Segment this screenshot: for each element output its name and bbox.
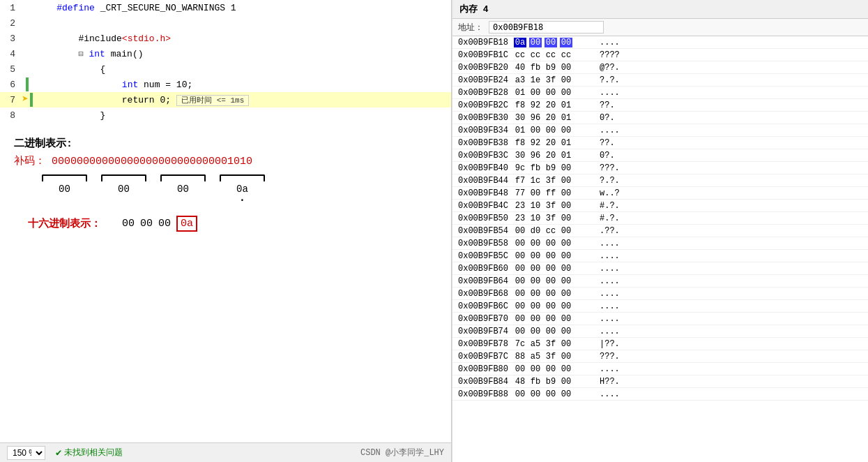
memory-row: 0x00B9FB2Cf8922001??. — [452, 99, 868, 112]
mem-byte-val: 00 — [560, 364, 572, 374]
mem-byte-val: fb — [529, 163, 542, 173]
mem-bytes: 88a53f00 — [514, 352, 594, 362]
mem-chars: .... — [600, 38, 620, 47]
mem-address: 0x00B9FB2C — [458, 100, 514, 110]
mem-address: 0x00B9FB68 — [458, 289, 514, 299]
mem-chars: ???. — [600, 352, 620, 362]
memory-row: 0x00B9FB38f8922001??. — [452, 137, 868, 149]
mem-bytes: 01000000 — [514, 126, 594, 135]
mem-byte-val: 00 — [545, 364, 557, 374]
address-bar: 地址： — [452, 19, 868, 36]
memory-row: 0x00B9FB30309620010?. — [452, 112, 868, 124]
code-content-3: #include<stdio.h> — [35, 33, 451, 44]
memory-row: 0x00B9FB3C309620010?. — [452, 149, 868, 162]
memory-row: 0x00B9FB5400d0cc00.??. — [452, 225, 868, 237]
breakpoint-bar-7 — [30, 93, 33, 107]
code-content-8: } — [35, 110, 451, 121]
keyword-define: #define — [56, 3, 95, 13]
mem-byte-val: 48 — [514, 377, 526, 387]
mem-bytes: f8922001 — [514, 138, 594, 148]
mem-byte-val: 00 — [545, 264, 557, 274]
binary-section: 二进制表示: 补码： 00000000000000000000000000001… — [0, 130, 451, 239]
credit-text: CSDN @小李同学_LHY — [360, 447, 444, 459]
status-bar: 150 % 100 % 125 % ✔ 未找到相关问题 CSDN @小李同学_L… — [0, 442, 451, 462]
mem-bytes: 40fbb900 — [514, 63, 594, 73]
status-ok: ✔ 未找到相关问题 — [56, 447, 123, 459]
mem-byte-val: 00 — [529, 264, 542, 274]
mem-bytes: 01000000 — [514, 88, 594, 98]
mem-byte-val: 00 — [545, 301, 557, 311]
mem-byte-val: 20 — [545, 113, 557, 123]
mem-address: 0x00B9FB1C — [458, 50, 514, 60]
mem-byte-val: 1e — [529, 75, 542, 85]
mem-byte-val: 00 — [545, 314, 557, 324]
mem-bytes: 00000000 — [514, 276, 594, 286]
mem-byte-val: 00 — [545, 327, 557, 336]
mem-chars: 0?. — [600, 113, 615, 123]
mem-byte-val: 00 — [529, 188, 542, 198]
mem-byte-val: 00 — [545, 88, 557, 98]
mem-byte-val: 00 — [529, 327, 542, 336]
mem-byte-val: 20 — [545, 138, 557, 148]
complement-label: 补码： — [14, 156, 45, 167]
memory-title: 内存 4 — [459, 3, 489, 15]
mem-byte-val: 01 — [560, 151, 572, 161]
mem-chars: .... — [600, 276, 620, 286]
mem-byte-val: 00 — [545, 239, 557, 248]
mem-byte-val: 00 — [560, 377, 572, 387]
code-content-7: return 0;已用时间 <= 1ms — [35, 95, 451, 105]
line-num-6: 6 — [0, 80, 21, 90]
mem-byte-val: 96 — [529, 151, 542, 161]
mem-byte-val: 0a — [514, 38, 526, 47]
mem-byte-val: cc — [560, 50, 572, 60]
code-editor: 1 #define _CRT_SECURE_NO_WARNINGS 1 2 3 … — [0, 0, 451, 123]
mem-byte-val: 00 — [545, 289, 557, 299]
mem-byte-val: 3f — [545, 176, 557, 186]
mem-byte-val: a3 — [514, 75, 526, 85]
mem-byte-val: 30 — [514, 113, 526, 123]
address-input[interactable] — [489, 21, 604, 33]
code-content-6: int num = 10; — [35, 80, 451, 90]
mem-byte-val: 00 — [514, 264, 526, 274]
kw-int-4: int — [84, 49, 105, 59]
mem-bytes: 23103f00 — [514, 201, 594, 211]
memory-table[interactable]: 0x00B9FB180a000000....0x00B9FB1Ccccccccc… — [452, 36, 868, 462]
mem-byte-val: 00 — [560, 389, 572, 399]
mem-byte-val: 1c — [529, 176, 542, 186]
right-panel: 内存 4 地址： 0x00B9FB180a000000....0x00B9FB1… — [452, 0, 868, 462]
mem-byte-val: 00 — [560, 188, 572, 198]
line-num-3: 3 — [0, 33, 21, 44]
mem-address: 0x00B9FB24 — [458, 75, 514, 85]
mem-chars: w..? — [600, 188, 620, 198]
kw-int-6: int — [122, 80, 138, 90]
hex-byte-1: 00 — [122, 218, 135, 230]
mem-address: 0x00B9FB20 — [458, 63, 514, 73]
mem-chars: .... — [600, 239, 620, 248]
complement-value: 00000000000000000000000000001010 — [52, 156, 252, 167]
breakpoint-bar-6 — [26, 77, 29, 91]
mem-byte-val: 00 — [560, 327, 572, 336]
mem-address: 0x00B9FB18 — [458, 38, 514, 47]
mem-address: 0x00B9FB30 — [458, 113, 514, 123]
memory-header: 内存 4 — [452, 0, 868, 19]
check-icon: ✔ — [56, 447, 61, 459]
mem-byte-val: 00 — [529, 251, 542, 261]
zoom-select[interactable]: 150 % 100 % 125 % — [7, 446, 45, 460]
code-content-4: ⊟ int main() — [35, 49, 451, 59]
mem-bytes: 23103f00 — [514, 214, 594, 223]
mem-byte-val: 00 — [529, 88, 542, 98]
mem-address: 0x00B9FB64 — [458, 276, 514, 286]
mem-byte-val: 00 — [560, 251, 572, 261]
mem-byte-val: 23 — [514, 201, 526, 211]
mem-byte-val: 01 — [560, 138, 572, 148]
mem-bytes: f8922001 — [514, 100, 594, 110]
mem-bytes: 9cfbb900 — [514, 163, 594, 173]
memory-row: 0x00B9FB8800000000.... — [452, 388, 868, 401]
collapse-icon-4[interactable]: ⊟ — [78, 50, 83, 59]
memory-row: 0x00B9FB8448fbb900H??. — [452, 375, 868, 388]
mem-bytes: 00000000 — [514, 389, 594, 399]
mem-byte-val: b9 — [545, 377, 557, 387]
mem-byte-val: 01 — [514, 88, 526, 98]
mem-byte-val: 92 — [529, 138, 542, 148]
code-line-7: 7 ➤ return 0;已用时间 <= 1ms — [0, 92, 451, 107]
